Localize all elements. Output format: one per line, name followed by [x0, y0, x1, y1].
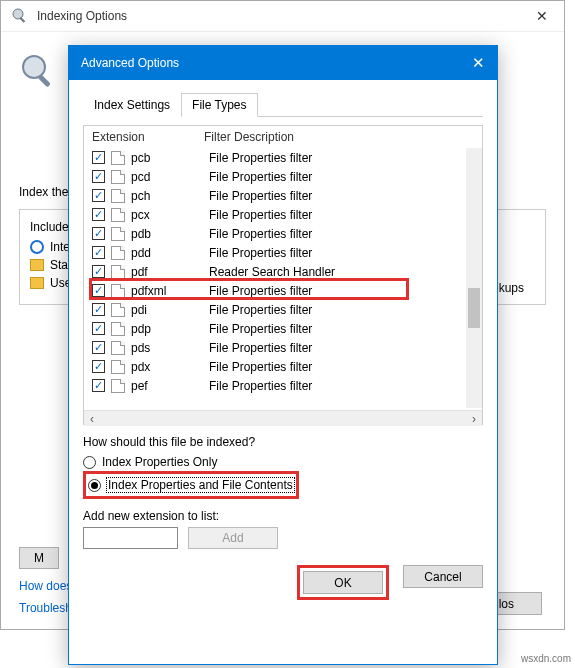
- radio-icon: [88, 479, 101, 492]
- checkbox-icon[interactable]: ✓: [92, 189, 105, 202]
- file-icon: [111, 360, 125, 374]
- scroll-left-icon[interactable]: ‹: [84, 412, 100, 426]
- ok-button[interactable]: OK: [303, 571, 383, 594]
- checkbox-icon[interactable]: ✓: [92, 170, 105, 183]
- desc-cell: File Properties filter: [209, 341, 312, 355]
- scrollbar-thumb[interactable]: [468, 288, 480, 328]
- svg-rect-3: [37, 74, 50, 87]
- table-row[interactable]: ✓pefFile Properties filter: [84, 376, 482, 395]
- bg-button[interactable]: M: [19, 547, 59, 569]
- horizontal-scrollbar[interactable]: ‹ ›: [84, 410, 482, 426]
- desc-cell: File Properties filter: [209, 322, 312, 336]
- ext-cell: pdb: [131, 227, 209, 241]
- ext-cell: pds: [131, 341, 209, 355]
- file-type-list: Extension Filter Description ✓pcbFile Pr…: [83, 125, 483, 425]
- desc-cell: Reader Search Handler: [209, 265, 335, 279]
- checkbox-icon[interactable]: ✓: [92, 265, 105, 278]
- watermark: wsxdn.com: [521, 653, 571, 664]
- ext-cell: pdp: [131, 322, 209, 336]
- ext-cell: pdd: [131, 246, 209, 260]
- cancel-button[interactable]: Cancel: [403, 565, 483, 588]
- radio-properties-only[interactable]: Index Properties Only: [83, 453, 483, 471]
- table-row[interactable]: ✓pddFile Properties filter: [84, 243, 482, 262]
- table-row[interactable]: ✓pcbFile Properties filter: [84, 148, 482, 167]
- table-row[interactable]: ✓pdbFile Properties filter: [84, 224, 482, 243]
- ext-cell: pcb: [131, 151, 209, 165]
- how-indexed-label: How should this file be indexed?: [83, 435, 483, 449]
- search-icon: [11, 7, 29, 25]
- bg-right-col: kups: [499, 281, 524, 295]
- list-header: Extension Filter Description: [84, 126, 482, 148]
- tab-strip: Index Settings File Types: [83, 92, 483, 117]
- desc-cell: File Properties filter: [209, 189, 312, 203]
- desc-cell: File Properties filter: [209, 227, 312, 241]
- file-icon: [111, 189, 125, 203]
- file-icon: [111, 379, 125, 393]
- ext-cell: pch: [131, 189, 209, 203]
- ext-cell: pdx: [131, 360, 209, 374]
- search-large-icon: [19, 52, 59, 92]
- add-button[interactable]: Add: [188, 527, 278, 549]
- radio-label: Index Properties Only: [102, 455, 217, 469]
- checkbox-icon[interactable]: ✓: [92, 227, 105, 240]
- checkbox-icon[interactable]: ✓: [92, 360, 105, 373]
- file-icon: [111, 151, 125, 165]
- file-icon: [111, 322, 125, 336]
- checkbox-icon[interactable]: ✓: [92, 208, 105, 221]
- file-icon: [111, 227, 125, 241]
- desc-cell: File Properties filter: [209, 360, 312, 374]
- ext-cell: pef: [131, 379, 209, 393]
- table-row[interactable]: ✓pcdFile Properties filter: [84, 167, 482, 186]
- add-extension-row: Add: [83, 527, 483, 549]
- folder-icon: [30, 277, 44, 289]
- col-filter-description[interactable]: Filter Description: [204, 130, 474, 144]
- fg-body: Index Settings File Types Extension Filt…: [69, 80, 497, 559]
- bg-titlebar: Indexing Options ✕: [1, 1, 564, 32]
- advanced-options-window: Advanced Options ✕ Index Settings File T…: [68, 45, 498, 665]
- desc-cell: File Properties filter: [209, 303, 312, 317]
- svg-point-2: [23, 56, 45, 78]
- desc-cell: File Properties filter: [209, 170, 312, 184]
- file-icon: [111, 303, 125, 317]
- svg-rect-1: [19, 17, 25, 23]
- radio-properties-and-contents[interactable]: Index Properties and File Contents: [88, 476, 294, 494]
- ext-cell: pcx: [131, 208, 209, 222]
- help-link[interactable]: How does: [19, 579, 72, 593]
- checkbox-icon[interactable]: ✓: [92, 151, 105, 164]
- file-icon: [111, 265, 125, 279]
- file-icon: [111, 246, 125, 260]
- file-icon: [111, 170, 125, 184]
- ie-icon: [30, 240, 44, 254]
- tab-index-settings[interactable]: Index Settings: [83, 93, 181, 117]
- tab-file-types[interactable]: File Types: [181, 93, 257, 117]
- fg-title: Advanced Options: [81, 56, 179, 70]
- troubleshoot-link[interactable]: Troublesh: [19, 601, 72, 615]
- new-extension-input[interactable]: [83, 527, 178, 549]
- col-extension[interactable]: Extension: [92, 130, 204, 144]
- folder-icon: [30, 259, 44, 271]
- checkbox-icon[interactable]: ✓: [92, 246, 105, 259]
- desc-cell: File Properties filter: [209, 208, 312, 222]
- vertical-scrollbar[interactable]: [466, 148, 482, 408]
- table-row[interactable]: ✓pdsFile Properties filter: [84, 338, 482, 357]
- table-row[interactable]: ✓pdpFile Properties filter: [84, 319, 482, 338]
- table-row[interactable]: ✓pchFile Properties filter: [84, 186, 482, 205]
- radio-label: Index Properties and File Contents: [107, 478, 294, 492]
- checkbox-icon[interactable]: ✓: [92, 379, 105, 392]
- table-row[interactable]: ✓pcxFile Properties filter: [84, 205, 482, 224]
- table-row[interactable]: ✓pdxFile Properties filter: [84, 357, 482, 376]
- table-row[interactable]: ✓pdiFile Properties filter: [84, 300, 482, 319]
- checkbox-icon[interactable]: ✓: [92, 341, 105, 354]
- scroll-right-icon[interactable]: ›: [466, 412, 482, 426]
- close-icon[interactable]: ✕: [472, 54, 485, 72]
- radio-icon: [83, 456, 96, 469]
- ext-cell: pdi: [131, 303, 209, 317]
- close-icon[interactable]: ✕: [530, 8, 554, 24]
- desc-cell: File Properties filter: [209, 246, 312, 260]
- highlight-pdf-row: [89, 278, 409, 300]
- checkbox-icon[interactable]: ✓: [92, 303, 105, 316]
- dialog-buttons: OK Cancel: [69, 565, 497, 612]
- ext-cell: pcd: [131, 170, 209, 184]
- radio-group: Index Properties Only Index Properties a…: [83, 453, 483, 499]
- checkbox-icon[interactable]: ✓: [92, 322, 105, 335]
